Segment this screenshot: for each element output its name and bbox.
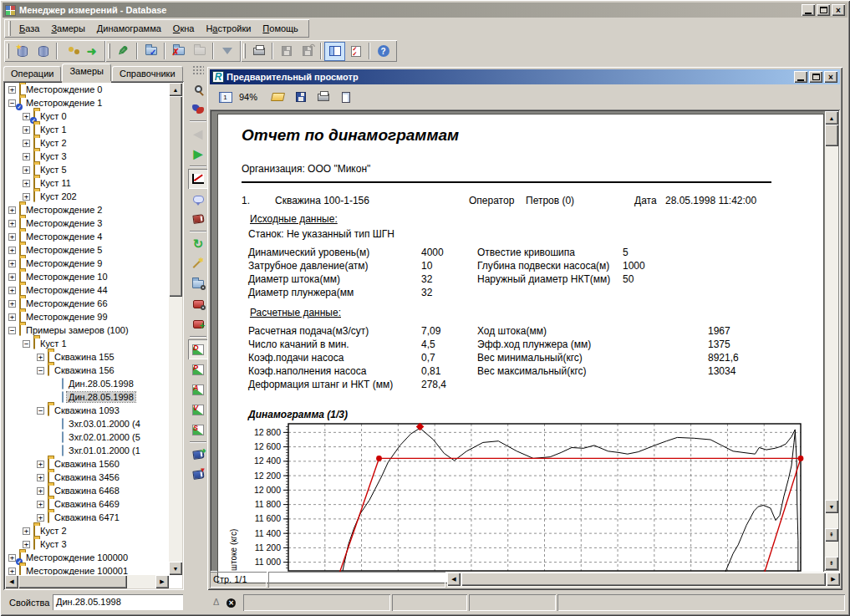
tree-vertical-scrollbar[interactable]: ▲ ▼ [169, 83, 182, 575]
preview-close-button[interactable]: × [824, 71, 837, 83]
tree-item[interactable]: −Скважина 1093 [5, 404, 169, 417]
tree-item[interactable]: +Месторождение 100001 [5, 564, 169, 575]
collapse-icon[interactable]: − [37, 367, 44, 374]
tree-item[interactable]: +Скважина 3456 [5, 471, 169, 484]
tree-item[interactable]: +Куст 3 [5, 537, 169, 551]
collapse-icon[interactable]: − [37, 407, 44, 415]
menu-item-динамограмма[interactable]: Динамограмма [91, 21, 167, 36]
expand-icon[interactable]: + [8, 247, 16, 254]
tree-item[interactable]: +✓Куст 0 [5, 109, 169, 123]
expand-icon[interactable]: + [23, 541, 30, 548]
print-report-button[interactable] [313, 88, 333, 107]
preview-hscroll-thumb[interactable] [461, 573, 826, 586]
preview-maximize-button[interactable] [809, 71, 822, 83]
page-setup-button[interactable] [335, 88, 356, 107]
tree-item[interactable]: +Месторождение 3 [5, 216, 169, 230]
tree-item[interactable]: +Месторождение 5 [5, 243, 169, 257]
tree-scroll-thumb[interactable] [169, 96, 182, 297]
collapse-icon[interactable]: − [8, 327, 16, 334]
tree-item[interactable]: −Примеры замеров (100) [5, 323, 169, 337]
prev-page-icon[interactable]: ⇞ [825, 528, 838, 542]
expand-icon[interactable]: + [23, 140, 30, 147]
chart-p-button[interactable]: P [188, 359, 208, 379]
forward-button[interactable]: ▶ [188, 144, 208, 164]
expand-icon[interactable]: + [8, 260, 16, 267]
scroll-down-icon[interactable]: ▼ [169, 562, 182, 575]
wizard-button[interactable] [188, 254, 208, 274]
expand-icon[interactable]: + [23, 126, 30, 134]
expand-icon[interactable]: + [23, 153, 30, 160]
expand-icon[interactable]: + [8, 300, 16, 308]
preview-horizontal-scrollbar[interactable]: ◀ ▶ [447, 572, 840, 588]
expand-icon[interactable]: + [23, 180, 30, 187]
menubar-grip[interactable] [8, 21, 11, 36]
expand-icon[interactable]: + [23, 193, 30, 201]
new-database-button[interactable]: ★ [12, 42, 33, 61]
tree-item[interactable]: Зхг.03.01.2000 (4 [5, 417, 169, 430]
tree-item[interactable]: Зхг.02.01.2000 (5 [5, 430, 169, 444]
tree-item[interactable]: Дин.28.05.1998 [5, 390, 169, 404]
tab-справочники[interactable]: Справочники [112, 66, 183, 81]
minimize-button[interactable] [802, 4, 815, 16]
find-measure-button[interactable] [188, 294, 208, 314]
expand-icon[interactable]: + [8, 554, 16, 562]
toolbar-grip[interactable] [243, 43, 246, 59]
back-button[interactable]: ◀ [188, 124, 208, 144]
chart-d-button[interactable]: D [188, 339, 208, 359]
connection-button[interactable] [60, 42, 81, 61]
scroll-right-icon[interactable]: ▶ [155, 575, 169, 588]
tab-операции[interactable]: Операции [3, 66, 61, 81]
expand-icon[interactable]: + [8, 313, 16, 321]
expand-icon[interactable]: + [37, 501, 44, 508]
tree-item[interactable]: +Месторождение 0 [5, 83, 169, 96]
comment-button[interactable] [188, 189, 208, 209]
expand-icon[interactable]: + [8, 568, 16, 575]
collapse-icon[interactable]: − [23, 340, 30, 348]
expand-icon[interactable]: + [8, 220, 16, 227]
tree-item[interactable]: +Куст 3 [5, 150, 169, 163]
zoom-button[interactable]: 1 [215, 88, 236, 107]
tree-item[interactable]: +Месторождение 4 [5, 230, 169, 243]
report-export-button[interactable]: ▼ [188, 465, 208, 485]
tree-item[interactable]: +Куст 11 [5, 176, 169, 190]
tree-item[interactable]: −✓Месторождение 1 [5, 96, 169, 109]
checklist-button[interactable]: ✓✓ [345, 42, 366, 61]
tree-item[interactable]: −Скважина 156 [5, 364, 169, 377]
tree-item[interactable]: +Куст 2 [5, 136, 169, 150]
scroll-left-icon[interactable]: ◀ [5, 575, 18, 588]
expand-icon[interactable]: + [37, 354, 44, 361]
menu-item-окна[interactable]: Окна [167, 21, 201, 36]
tree-item[interactable]: +Месторождение 10 [5, 270, 169, 283]
report-open-button[interactable]: ➜ [188, 445, 208, 465]
search-button[interactable] [188, 79, 208, 99]
tree-item[interactable]: +Скважина 1560 [5, 457, 169, 471]
tree-item[interactable]: +Месторождение 9 [5, 257, 169, 270]
menu-item-настройки[interactable]: Настройки [200, 21, 257, 36]
filter-button[interactable] [216, 42, 237, 61]
expand-icon[interactable]: + [37, 487, 44, 495]
tree-item[interactable]: Зхг.01.01.2000 (1 [5, 444, 169, 457]
tree-item[interactable]: +Скважина 155 [5, 350, 169, 364]
expand-icon[interactable]: + [23, 166, 30, 174]
toolbar-grip[interactable] [108, 43, 110, 59]
expand-icon[interactable]: + [8, 273, 16, 281]
expand-icon[interactable]: + [23, 527, 30, 535]
scroll-left-icon[interactable]: ◀ [447, 573, 461, 586]
tree-item[interactable]: +Куст 5 [5, 163, 169, 176]
expand-icon[interactable]: + [37, 514, 44, 522]
maximize-button[interactable] [817, 4, 830, 16]
tree-item[interactable]: +Скважина 6468 [5, 484, 169, 497]
journal-button[interactable] [188, 209, 208, 229]
expand-icon[interactable]: + [8, 233, 16, 241]
refresh-button[interactable]: ↻ [188, 234, 208, 254]
compare-button[interactable] [188, 99, 208, 119]
chart-v-button[interactable]: V [188, 400, 208, 420]
expand-icon[interactable]: + [8, 86, 16, 94]
tree-item[interactable]: −Куст 1 [5, 337, 169, 350]
browse-measures-button[interactable] [188, 274, 208, 294]
toolbar-grip[interactable] [7, 43, 9, 59]
next-page-icon[interactable]: ⇟ [825, 557, 838, 570]
expand-icon[interactable]: + [23, 113, 30, 120]
tree-item[interactable]: +Куст 202 [5, 190, 169, 203]
scroll-up-icon[interactable]: ▲ [825, 111, 838, 125]
